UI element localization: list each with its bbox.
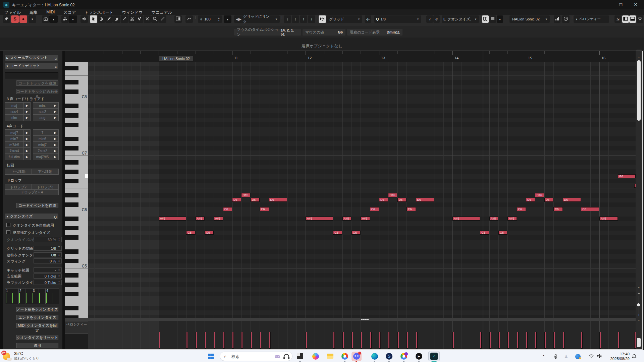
open-in-lower-zone-button[interactable]: ⇲: [614, 15, 621, 23]
copilot-icon[interactable]: [312, 352, 320, 360]
midi-note-A#5-15[interactable]: A#5: [361, 217, 370, 221]
q-field-2[interactable]: Off▲▼: [34, 252, 62, 257]
minimize-button[interactable]: —: [603, 2, 609, 7]
restore-button[interactable]: ❐: [618, 2, 624, 7]
menu-2[interactable]: MIDI: [42, 9, 59, 15]
midi-input-button[interactable]: [562, 15, 570, 23]
triad-sus4[interactable]: sus4▶: [5, 109, 30, 115]
soft-quantize-checkbox[interactable]: [6, 230, 10, 234]
seventh-fulldim[interactable]: full dim▶: [5, 154, 30, 160]
midi-note-A#5-0[interactable]: A#5: [159, 217, 186, 221]
midi-note-D6-19[interactable]: D6: [397, 198, 407, 202]
triad-aug[interactable]: aug▶: [33, 115, 58, 121]
zoom-tool[interactable]: [151, 15, 159, 23]
q-field-0[interactable]: 60 %▲▼: [34, 237, 62, 242]
move-up-button[interactable]: 上へ移動: [5, 169, 32, 174]
part-list-dropdown[interactable]: ▼: [497, 15, 503, 23]
midi-note-G5-14[interactable]: G5: [352, 231, 361, 235]
midi-note-A#5-24[interactable]: A#5: [489, 217, 498, 221]
taskbar-search[interactable]: ⌕ 検索: [220, 352, 292, 361]
midi-note-G6-35[interactable]: G6: [618, 174, 636, 178]
apply-quantize-button[interactable]: ⑂: [426, 15, 433, 23]
notification-bell-icon[interactable]: z: [632, 354, 637, 360]
velocity-bar-0[interactable]: [159, 332, 160, 349]
drop2-button[interactable]: ドロップ2: [5, 184, 32, 189]
scale-assistant-header[interactable]: ▶スケールアシスタント⌸: [5, 55, 58, 61]
triad-min[interactable]: min.▶: [33, 103, 58, 109]
midi-note-A#5-13[interactable]: A#5: [342, 217, 352, 221]
snap-toggle[interactable]: [319, 15, 326, 23]
windows-start-button[interactable]: [208, 354, 214, 359]
acoustic-feedback-toggle[interactable]: [80, 15, 88, 23]
midi-note-G5-23[interactable]: G5: [480, 231, 489, 235]
black-key-92[interactable]: [65, 170, 78, 174]
move-down-button[interactable]: 下へ移動: [32, 169, 58, 174]
match-chord-track-button[interactable]: コードトラックに合わせる: [16, 89, 58, 94]
scroll-down-icon[interactable]: ⌄: [636, 285, 641, 289]
midi-note-D6-28[interactable]: D6: [526, 198, 535, 202]
seventh-7sus4[interactable]: 7sus4▶: [5, 148, 30, 154]
menu-6[interactable]: マニュアル: [147, 9, 176, 15]
black-key-104[interactable]: [65, 113, 78, 118]
add-chord-track-button[interactable]: コードトラックを追加: [16, 80, 58, 86]
velocity-bar-8[interactable]: [251, 332, 252, 349]
black-key-80[interactable]: [65, 226, 78, 230]
volume-icon[interactable]: [597, 354, 602, 359]
velocity-bar-20[interactable]: [407, 332, 408, 349]
note-grid[interactable]: A#5G5A#5G5A#5C6D6D#6D6C6D6A#5G5A#5G5A#5C…: [88, 62, 636, 318]
midi-note-D6-30[interactable]: D6: [544, 198, 553, 202]
black-key-66[interactable]: [65, 292, 78, 296]
velocity-bar-6[interactable]: [232, 332, 234, 349]
chrome-work-icon[interactable]: [400, 352, 408, 360]
midi-note-D6-17[interactable]: D6: [379, 198, 388, 202]
pointer-mode-button[interactable]: [42, 15, 49, 23]
midi-note-D6-32[interactable]: D6: [563, 198, 581, 202]
auto-apply-checkbox[interactable]: [6, 223, 10, 227]
edit-active-part-button[interactable]: [489, 15, 496, 23]
active-part-dropdown[interactable]: HALion Sonic 02▼: [509, 15, 550, 23]
seventh-7sus2[interactable]: 7sus2▶: [33, 148, 58, 154]
velocity-bar-24[interactable]: [489, 332, 491, 349]
velocity-bar-11[interactable]: [306, 332, 307, 349]
zoom-in-icon[interactable]: +: [636, 313, 641, 317]
black-key-94[interactable]: [65, 160, 78, 165]
chord-edit-header[interactable]: ▼コードエディット≡: [5, 63, 58, 69]
steam-icon[interactable]: S: [385, 352, 393, 360]
lane-splitter-handle[interactable]: [361, 319, 369, 320]
pointer-mode-dropdown[interactable]: ▼: [49, 15, 58, 23]
velocity-bar-5[interactable]: [223, 332, 225, 349]
midi-note-D#6-29[interactable]: D#6: [535, 193, 544, 197]
menu-3[interactable]: スコア: [59, 9, 80, 15]
midi-note-C6-27[interactable]: C6: [517, 207, 526, 211]
midi-note-D6-8[interactable]: D6: [251, 198, 260, 202]
midi-note-C6-5[interactable]: C6: [223, 207, 232, 211]
show-part-borders-button[interactable]: [482, 15, 489, 23]
midi-note-A#5-34[interactable]: A#5: [599, 217, 618, 221]
legato-mode-button[interactable]: [185, 15, 193, 23]
midi-note-C6-16[interactable]: C6: [370, 207, 379, 211]
drop3-button[interactable]: ドロップ3: [32, 184, 58, 189]
midi-note-G5-12[interactable]: G5: [333, 231, 342, 235]
draw-tool[interactable]: [105, 15, 113, 23]
range-tool[interactable]: [98, 15, 105, 23]
quantize-action-3[interactable]: クオンタイズをリセット: [16, 335, 58, 340]
velocity-bar-19[interactable]: [397, 332, 399, 349]
pin-button[interactable]: [3, 15, 10, 23]
q-field-4[interactable]: -▲▼: [34, 267, 62, 273]
insert-velocity-dropdown[interactable]: ▼: [224, 15, 231, 23]
accessibility-icon[interactable]: ♟: [564, 354, 568, 359]
iterative-quantize-button[interactable]: e: [433, 15, 440, 23]
velocity-bar-30[interactable]: [544, 332, 546, 349]
velocity-bar-28[interactable]: [526, 332, 528, 349]
quantize-action-4[interactable]: 適用: [16, 343, 58, 348]
insert-velocity-box[interactable]: ⇩100▲▼: [198, 15, 222, 23]
midi-note-D#6-7[interactable]: D#6: [241, 193, 250, 197]
chrome-icon[interactable]: [341, 352, 349, 360]
zoom-out-icon[interactable]: −: [636, 291, 641, 295]
record-button[interactable]: ●: [19, 15, 27, 23]
black-key-85[interactable]: [65, 202, 78, 207]
midi-note-D6-21[interactable]: D6: [416, 198, 434, 202]
lane-splitter[interactable]: [65, 318, 636, 321]
black-key-68[interactable]: [65, 283, 78, 287]
scroll-up-icon[interactable]: ⌃: [636, 56, 641, 60]
